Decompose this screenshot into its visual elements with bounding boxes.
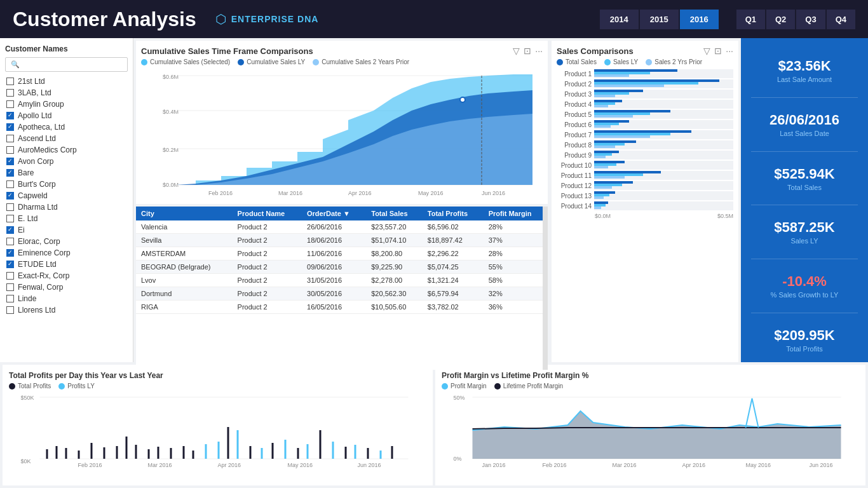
customer-checkbox[interactable] (6, 89, 14, 97)
col-city: City (136, 207, 233, 220)
customer-checkbox[interactable] (6, 306, 14, 314)
customer-checkbox[interactable] (6, 261, 14, 268)
customer-checkbox[interactable] (6, 180, 14, 188)
kpi-last-date-value: 26/06/2016 (751, 112, 858, 128)
q3-button[interactable]: Q3 (796, 10, 825, 29)
customer-item[interactable]: AuroMedics Corp (5, 144, 128, 156)
customer-item[interactable]: Ei (5, 224, 128, 236)
q4-button[interactable]: Q4 (827, 10, 855, 29)
hbar-label: Product 11 (557, 172, 592, 179)
customer-checkbox[interactable] (6, 272, 14, 280)
kpi-total-profits-value: $209.95K (751, 327, 858, 344)
customer-item[interactable]: Linde (5, 293, 128, 304)
svg-rect-25 (78, 451, 80, 459)
year-2015-button[interactable]: 2015 (640, 10, 679, 29)
customer-checkbox[interactable] (6, 192, 14, 200)
customer-item[interactable]: Capweld (5, 190, 128, 201)
customer-item[interactable]: Bare (5, 167, 128, 179)
legend-dot-total (557, 59, 563, 65)
year-2014-button[interactable]: 2014 (600, 10, 639, 29)
customer-item[interactable]: Elorac, Corp (5, 236, 128, 247)
customer-item[interactable]: Avon Corp (5, 156, 128, 167)
table-row[interactable]: LvovProduct 231/05/2016$2,278.00$1,321.2… (136, 274, 548, 287)
customer-checkbox[interactable] (6, 283, 14, 291)
svg-point-17 (460, 97, 465, 102)
legend-dot-ly (238, 59, 244, 65)
customer-item[interactable]: Llorens Ltd (5, 304, 128, 316)
hbar-track (594, 140, 733, 149)
hbar-label: Product 12 (557, 182, 592, 189)
legend-selected: Cumulative Sales (Selected) (141, 58, 230, 65)
customer-checkbox[interactable] (6, 135, 14, 142)
sidebar-title: Customer Names (5, 44, 128, 53)
col-date: OrderDate ▼ (302, 207, 366, 220)
more-icon-2[interactable]: ··· (726, 46, 733, 56)
q1-button[interactable]: Q1 (736, 10, 765, 29)
customer-checkbox[interactable] (6, 78, 14, 85)
hbar-fill-2yr (594, 146, 615, 148)
customer-checkbox[interactable] (6, 238, 14, 245)
q2-button[interactable]: Q2 (766, 10, 795, 29)
table-row[interactable]: BEOGRAD (Belgrade)Product 209/06/2016$9,… (136, 261, 548, 274)
customer-item[interactable]: 3LAB, Ltd (5, 87, 128, 98)
kpi-growth: -10.4% % Sales Growth to LY (751, 273, 858, 299)
kpi-total-profits-label: Total Profits (751, 345, 858, 353)
hbar-track (594, 171, 733, 180)
table-row[interactable]: AMSTERDAMProduct 211/06/2016$8,200.80$2,… (136, 247, 548, 261)
customer-item[interactable]: Burt's Corp (5, 179, 128, 190)
customer-name: E. Ltd (18, 214, 37, 223)
customer-checkbox[interactable] (6, 123, 14, 131)
hbar-label: Product 3 (557, 91, 592, 98)
hbar-label: Product 9 (557, 152, 592, 159)
customer-item[interactable]: E. Ltd (5, 213, 128, 224)
filter-icon[interactable]: ▽ (513, 46, 520, 56)
customer-checkbox[interactable] (6, 249, 14, 257)
customer-item[interactable]: ETUDE Ltd (5, 259, 128, 270)
legend-ly: Cumulative Sales LY (238, 58, 305, 65)
table-row[interactable]: SevillaProduct 218/06/2016$51,074.10$18,… (136, 234, 548, 247)
customer-checkbox[interactable] (6, 112, 14, 119)
more-icon[interactable]: ··· (535, 46, 543, 56)
expand-icon[interactable]: ⊡ (524, 46, 531, 56)
customer-checkbox[interactable] (6, 169, 14, 177)
customer-checkbox[interactable] (6, 226, 14, 234)
table-row[interactable]: DortmundProduct 230/05/2016$20,562.30$6,… (136, 287, 548, 301)
filter-icon-2[interactable]: ▽ (703, 46, 710, 56)
customer-item[interactable]: Apotheca, Ltd (5, 121, 128, 133)
customer-item[interactable]: Eminence Corp (5, 247, 128, 259)
logo: ⬡ ENTERPRISE DNA (215, 11, 319, 27)
scrollbar[interactable] (543, 207, 548, 370)
expand-icon-2[interactable]: ⊡ (714, 46, 722, 56)
search-icon: 🔍 (11, 60, 20, 69)
customer-checkbox[interactable] (6, 215, 14, 222)
hbar-row: Product 11 (557, 171, 733, 180)
search-box[interactable]: 🔍 (5, 57, 128, 72)
legend-sales-ly: Sales LY (604, 58, 638, 65)
customer-checkbox[interactable] (6, 295, 14, 302)
margin-legend-lifetime: Lifetime Profit Margin (494, 383, 563, 390)
profits-legend: Total Profits Profits LY (9, 383, 426, 390)
customer-item[interactable]: Exact-Rx, Corp (5, 270, 128, 281)
customer-item[interactable]: 21st Ltd (5, 76, 128, 87)
hbar-label: Product 6 (557, 121, 592, 128)
year-2016-button[interactable]: 2016 (680, 10, 719, 29)
customer-name: Avon Corp (18, 157, 53, 166)
kpi-last-sale: $23.56K Last Sale Amount (751, 58, 858, 83)
customer-checkbox[interactable] (6, 100, 14, 108)
table-cell: $3,782.02 (423, 301, 484, 314)
hbar-fill-2yr (594, 115, 633, 118)
customer-item[interactable]: Amylin Group (5, 98, 128, 110)
table-row[interactable]: ValenciaProduct 226/06/2016$23,557.20$6,… (136, 220, 548, 234)
customer-item[interactable]: Ascend Ltd (5, 133, 128, 144)
customer-item[interactable]: Fenwal, Corp (5, 281, 128, 293)
customer-checkbox[interactable] (6, 158, 14, 165)
table-cell: $8,200.80 (366, 247, 423, 261)
table-cell: $10,505.60 (366, 301, 423, 314)
customer-item[interactable]: Dharma Ltd (5, 201, 128, 213)
customer-item[interactable]: Apollo Ltd (5, 110, 128, 121)
customer-checkbox[interactable] (6, 203, 14, 211)
hbar-track (594, 201, 733, 210)
bottom-charts: Total Profits per Day this Year vs Last … (0, 362, 868, 488)
table-row[interactable]: RIGAProduct 216/05/2016$10,505.60$3,782.… (136, 301, 548, 314)
customer-checkbox[interactable] (6, 146, 14, 154)
